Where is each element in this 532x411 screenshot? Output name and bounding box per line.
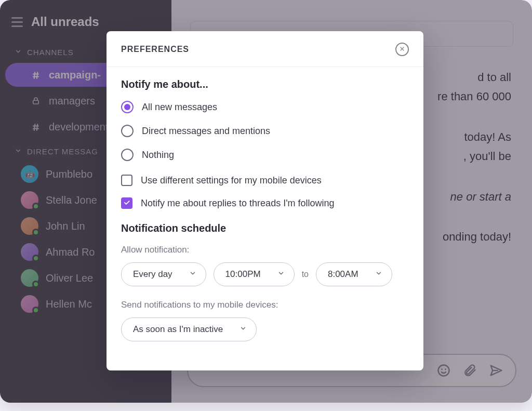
presence-indicator-icon: [32, 307, 39, 314]
dm-name: Stella Jone: [46, 194, 97, 206]
checkbox-icon: [121, 197, 132, 209]
presence-indicator-icon: [32, 281, 39, 288]
time-from-select[interactable]: 10:00PM: [214, 262, 295, 286]
hash-icon: [30, 122, 42, 132]
radio-icon: [121, 125, 134, 137]
svg-point-11: [445, 368, 446, 370]
dm-name: Hellen Mc: [46, 298, 92, 310]
dm-label: DIRECT MESSAG: [27, 147, 98, 156]
chevron-down-icon: [15, 147, 22, 156]
frequency-select[interactable]: Every day: [121, 262, 206, 286]
dm-name: John Lin: [46, 220, 85, 232]
schedule-row: Every day 10:00PM to 8:00AM: [121, 262, 409, 286]
svg-line-2: [34, 72, 35, 78]
modal-header: PREFERENCES: [107, 31, 423, 67]
select-value: 8:00AM: [328, 269, 358, 280]
svg-point-9: [438, 365, 449, 376]
presence-indicator-icon: [32, 229, 39, 236]
sidebar-title: All unreads: [31, 15, 99, 29]
dm-name: Oliver Lee: [46, 272, 93, 284]
inactive-select[interactable]: As soon as I'm inactive: [121, 317, 257, 341]
chevron-down-icon: [15, 48, 22, 57]
svg-line-8: [37, 124, 38, 130]
presence-indicator-icon: [32, 203, 39, 210]
select-value: Every day: [133, 269, 172, 280]
notify-checkbox-group: Use different settings for my mobile dev…: [121, 175, 409, 209]
avatar: [21, 191, 38, 209]
dm-name: Pumblebo: [46, 168, 92, 180]
avatar: 🤖: [21, 165, 38, 183]
schedule-heading: Notification schedule: [121, 222, 409, 234]
chevron-down-icon: [375, 269, 382, 280]
checkbox-thread-replies[interactable]: Notify me about replies to threads I'm f…: [121, 197, 409, 209]
checkbox-icon: [121, 175, 132, 186]
radio-label: Nothing: [142, 150, 174, 161]
to-label: to: [302, 270, 309, 279]
chevron-down-icon: [240, 324, 247, 335]
notify-radio-group: All new messages Direct messages and men…: [121, 101, 409, 161]
radio-label: Direct messages and mentions: [142, 126, 270, 137]
emoji-icon[interactable]: [436, 363, 451, 378]
avatar: [21, 269, 38, 287]
chevron-down-icon: [277, 269, 285, 280]
send-icon[interactable]: [488, 363, 503, 378]
radio-icon: [121, 149, 134, 161]
radio-direct-mentions[interactable]: Direct messages and mentions: [121, 125, 409, 137]
checkbox-label: Notify me about replies to threads I'm f…: [141, 198, 335, 209]
svg-line-3: [37, 72, 38, 78]
avatar: [21, 217, 38, 235]
mobile-send-label: Send notifications to my mobile devices:: [121, 300, 409, 310]
dm-name: Ahmad Ro: [46, 246, 95, 258]
modal-title: PREFERENCES: [121, 45, 189, 54]
radio-all-new-messages[interactable]: All new messages: [121, 101, 409, 113]
preferences-modal: PREFERENCES Notify me about... All new m…: [107, 31, 423, 370]
select-value: As soon as I'm inactive: [133, 324, 223, 335]
svg-rect-4: [33, 100, 39, 104]
select-value: 10:00PM: [225, 269, 261, 280]
notify-heading: Notify me about...: [121, 78, 409, 90]
chevron-down-icon: [189, 269, 196, 280]
checkbox-label: Use different settings for my mobile dev…: [141, 175, 322, 186]
svg-point-10: [441, 368, 443, 370]
close-icon: [399, 45, 405, 54]
radio-icon: [121, 101, 134, 113]
svg-line-7: [34, 124, 35, 130]
channels-label: CHANNELS: [27, 48, 74, 57]
checkbox-mobile-different[interactable]: Use different settings for my mobile dev…: [121, 175, 409, 186]
radio-nothing[interactable]: Nothing: [121, 149, 409, 161]
radio-label: All new messages: [142, 102, 217, 113]
lock-icon: [30, 96, 42, 105]
hash-icon: [30, 70, 42, 81]
close-button[interactable]: [395, 43, 409, 56]
allow-notification-label: Allow notification:: [121, 245, 409, 255]
avatar: [21, 295, 38, 313]
attachment-icon[interactable]: [462, 363, 477, 378]
presence-indicator-icon: [32, 255, 39, 262]
mobile-send-row: As soon as I'm inactive: [121, 317, 409, 341]
time-to-select[interactable]: 8:00AM: [316, 262, 392, 286]
menu-icon[interactable]: [11, 17, 23, 27]
avatar: [21, 243, 38, 261]
